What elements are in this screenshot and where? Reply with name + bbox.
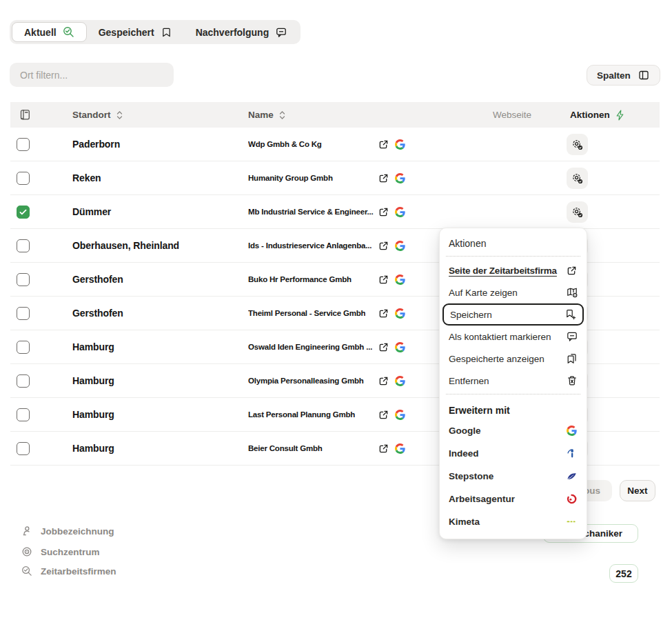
menu-item-google[interactable]: Google bbox=[445, 419, 581, 442]
row-links bbox=[378, 443, 405, 454]
footer-item-suchzentrum[interactable]: Suchzentrum bbox=[21, 546, 100, 557]
row-links bbox=[378, 139, 405, 150]
row-name: Wdp Gmbh & Co Kg bbox=[248, 128, 322, 161]
menu-item-speichern[interactable]: Speichern bbox=[442, 303, 584, 326]
row-checkbox[interactable] bbox=[17, 307, 30, 320]
sort-icon bbox=[116, 110, 123, 120]
row-checkbox[interactable] bbox=[17, 374, 30, 388]
row-links bbox=[378, 207, 405, 217]
row-standort: Paderborn bbox=[72, 128, 120, 161]
row-checkbox[interactable] bbox=[17, 273, 30, 286]
menu-item-seite-der-zeitarbeitsfirma[interactable]: Seite der Zeitarbeitsfirma bbox=[445, 259, 581, 281]
external-link-icon[interactable] bbox=[378, 308, 389, 319]
arbeitsagentur-logo-icon bbox=[566, 494, 578, 504]
footer-item-label: Zeitarbeitsfirmen bbox=[41, 566, 116, 577]
ort-filter-input[interactable] bbox=[10, 63, 174, 87]
google-search-icon[interactable] bbox=[395, 308, 405, 319]
chat-icon bbox=[566, 331, 578, 342]
row-standort: Dümmer bbox=[72, 195, 111, 229]
row-links bbox=[378, 274, 405, 285]
tab-nachverfolgung-label: Nachverfolgung bbox=[196, 27, 269, 38]
row-standort: Hamburg bbox=[72, 398, 114, 432]
google-search-icon[interactable] bbox=[395, 274, 405, 285]
external-link-icon bbox=[566, 266, 578, 276]
row-name: Last Personal Planung Gmbh bbox=[248, 398, 355, 432]
menu-item-arbeitsagentur[interactable]: Arbeitsagentur bbox=[445, 488, 581, 510]
menu-item-stepstone[interactable]: Stepstone bbox=[445, 465, 581, 488]
columns-button[interactable]: Spalten bbox=[587, 65, 660, 86]
search-check-icon bbox=[63, 26, 74, 38]
page: Aktuell Gespeichert Nachverfolgung Spalt… bbox=[0, 0, 672, 620]
indeed-logo-icon bbox=[566, 448, 578, 459]
menu-item-gespeicherte-anzeigen[interactable]: Gespeicherte anzeigen bbox=[445, 348, 581, 370]
external-link-icon[interactable] bbox=[378, 342, 389, 352]
row-standort: Reken bbox=[72, 161, 101, 195]
row-actions-button[interactable] bbox=[567, 168, 588, 189]
external-link-icon[interactable] bbox=[378, 274, 389, 285]
external-link-icon[interactable] bbox=[378, 241, 389, 251]
header-name[interactable]: Name bbox=[248, 102, 285, 128]
row-checkbox[interactable] bbox=[17, 138, 30, 151]
row-name: Oswald Iden Engineering Gmbh ... bbox=[248, 330, 372, 364]
row-checkbox[interactable] bbox=[17, 239, 30, 252]
menu-item-entfernen[interactable]: Entfernen bbox=[445, 370, 581, 392]
row-standort: Hamburg bbox=[72, 364, 114, 398]
footer-item-zeitarbeitsfirmen[interactable]: Zeitarbeitsfirmen bbox=[21, 566, 116, 577]
external-link-icon[interactable] bbox=[378, 443, 389, 454]
google-search-icon[interactable] bbox=[395, 207, 405, 217]
header-webseite-label: Webseite bbox=[493, 110, 531, 120]
google-logo-icon bbox=[566, 426, 578, 436]
lightning-icon bbox=[615, 110, 624, 121]
menu-item-auf-karte-zeigen[interactable]: Auf Karte zeigen bbox=[445, 281, 581, 303]
row-checkbox[interactable] bbox=[17, 206, 30, 219]
sort-icon bbox=[279, 110, 285, 120]
header-standort[interactable]: Standort bbox=[72, 102, 123, 128]
row-links bbox=[378, 410, 405, 420]
row-checkbox[interactable] bbox=[17, 341, 30, 354]
results-count-badge: 252 bbox=[609, 564, 638, 583]
external-link-icon[interactable] bbox=[378, 207, 389, 217]
external-link-icon[interactable] bbox=[378, 139, 389, 150]
row-actions-button[interactable] bbox=[567, 134, 588, 155]
actions-menu-title: Aktionen bbox=[445, 232, 581, 254]
tab-aktuell-label: Aktuell bbox=[24, 27, 57, 38]
menu-item-als-kontaktiert-markieren[interactable]: Als kontaktiert markieren bbox=[445, 326, 581, 348]
journal-icon bbox=[19, 109, 31, 123]
bookmark-icon bbox=[161, 27, 172, 38]
tab-nachverfolgung[interactable]: Nachverfolgung bbox=[184, 22, 299, 42]
google-search-icon[interactable] bbox=[395, 376, 405, 386]
stepstone-logo-icon bbox=[566, 471, 578, 481]
next-page-button[interactable]: Next bbox=[620, 480, 655, 501]
google-search-icon[interactable] bbox=[395, 173, 405, 183]
google-search-icon[interactable] bbox=[395, 443, 405, 454]
header-name-label: Name bbox=[248, 110, 274, 120]
gear-icon bbox=[571, 206, 583, 218]
tab-gespeichert[interactable]: Gespeichert bbox=[87, 22, 184, 42]
row-checkbox[interactable] bbox=[17, 172, 30, 185]
view-tabs: Aktuell Gespeichert Nachverfolgung bbox=[10, 20, 301, 44]
external-link-icon[interactable] bbox=[378, 410, 389, 420]
google-search-icon[interactable] bbox=[395, 410, 405, 420]
row-checkbox[interactable] bbox=[17, 408, 30, 421]
external-link-icon[interactable] bbox=[378, 173, 389, 183]
trash-icon bbox=[566, 375, 578, 386]
table-row: Paderborn Wdp Gmbh & Co Kg bbox=[10, 128, 660, 161]
row-checkbox[interactable] bbox=[17, 442, 30, 455]
row-links bbox=[378, 241, 405, 251]
footer-item-jobbezeichnung[interactable]: Jobbezeichnung bbox=[21, 526, 114, 537]
footer-item-label: Suchzentrum bbox=[41, 547, 100, 557]
google-search-icon[interactable] bbox=[395, 139, 405, 150]
row-links bbox=[378, 308, 405, 319]
menu-item-kimeta[interactable]: Kimeta bbox=[445, 510, 581, 533]
row-name: Theiml Personal - Service Gmbh bbox=[248, 297, 365, 330]
external-link-icon[interactable] bbox=[378, 376, 389, 386]
tab-aktuell[interactable]: Aktuell bbox=[12, 22, 87, 42]
footer-item-label: Jobbezeichnung bbox=[41, 526, 114, 537]
columns-icon bbox=[638, 70, 650, 81]
google-search-icon[interactable] bbox=[395, 342, 405, 352]
google-search-icon[interactable] bbox=[395, 241, 405, 251]
row-name: Olympia Personalleasing Gmbh bbox=[248, 364, 364, 398]
row-links bbox=[378, 342, 405, 352]
menu-item-indeed[interactable]: Indeed bbox=[445, 442, 581, 465]
row-actions-button[interactable] bbox=[567, 201, 588, 223]
